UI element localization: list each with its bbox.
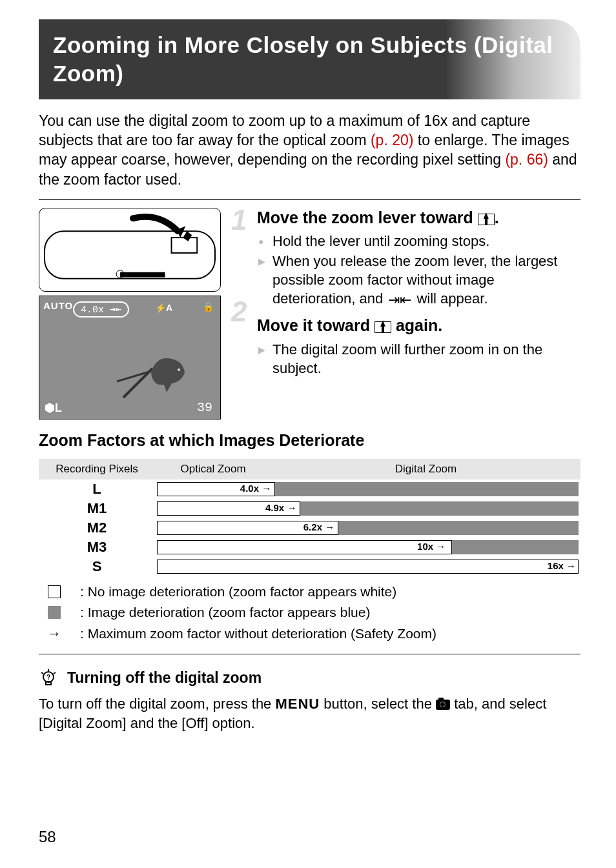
zoom-bar-track: 4.9x →: [157, 501, 579, 516]
step-1-heading-pre: Move the zoom lever toward: [257, 208, 478, 227]
th-digital-zoom: Digital Zoom: [271, 459, 580, 479]
camera-top-illustration: [39, 208, 221, 292]
zoom-bar-track: 10x →: [157, 540, 579, 554]
zoom-factors-table: Recording Pixels Optical Zoom Digital Zo…: [39, 459, 580, 576]
lightbulb-icon: ?: [39, 669, 58, 688]
svg-rect-3: [172, 237, 198, 253]
zoom-bar-cell: 4.0x →: [155, 479, 580, 499]
bird-silhouette: [117, 343, 194, 401]
legend: : No image deterioration (zoom factor ap…: [39, 584, 580, 642]
legend-white: : No image deterioration (zoom factor ap…: [39, 584, 580, 600]
recording-pixels-cell: M1: [39, 499, 155, 518]
recording-pixels-cell: M3: [39, 538, 155, 557]
page-title: Zooming in More Closely on Subjects (Dig…: [53, 31, 566, 88]
lcd-shots-remaining: 39: [197, 400, 212, 415]
svg-line-9: [41, 672, 43, 674]
legend-arrow-symbol: →: [47, 625, 61, 642]
step-1-number: 1: [231, 204, 247, 236]
legend-arrow-text: : Maximum zoom factor without deteriorat…: [80, 626, 436, 641]
divider: [39, 654, 580, 654]
zoom-bar-icon: ⇥⇤: [387, 290, 413, 309]
svg-point-5: [178, 368, 180, 371]
page-ref-20[interactable]: (p. 20): [371, 132, 413, 148]
steps-area: 1 2 AUTO 4.0x ⇥⇤ ⚡A �: [39, 208, 580, 419]
telephoto-icon: [375, 321, 391, 333]
table-row: M310x →: [39, 538, 580, 557]
step-2-number: 2: [231, 296, 247, 328]
zoom-bar-cell: 6.2x →: [155, 518, 580, 538]
zoom-bar-track: 4.0x →: [157, 482, 579, 496]
table-row: L4.0x →: [39, 479, 580, 499]
zoom-factor-label: 6.2x →: [303, 521, 334, 532]
lcd-stabilizer-icon: 🔒: [203, 301, 214, 312]
lcd-zoom-value: 4.0x: [81, 305, 104, 316]
step-1-heading: Move the zoom lever toward .: [257, 208, 580, 228]
legend-gray-text: : Image deterioration (zoom factor appea…: [80, 605, 370, 620]
tip-text: To turn off the digital zoom, press the …: [39, 694, 580, 732]
svg-line-10: [54, 672, 56, 674]
svg-rect-1: [120, 272, 165, 278]
zoom-bar-track: 16x →: [157, 560, 579, 574]
page-title-banner: Zooming in More Closely on Subjects (Dig…: [39, 19, 580, 99]
zoom-factor-label: 10x →: [417, 541, 446, 552]
step-1-bullet-2-post: will appear.: [413, 290, 488, 307]
legend-white-text: : No image deterioration (zoom factor ap…: [80, 584, 396, 600]
page-ref-66[interactable]: (p. 66): [505, 151, 548, 168]
table-row: S16x →: [39, 557, 580, 576]
menu-button-word: MENU: [275, 696, 320, 712]
legend-arrow: → : Maximum zoom factor without deterior…: [39, 625, 580, 642]
step-2-heading-post: again.: [391, 316, 442, 334]
tip-text-mid: button, select the: [320, 696, 436, 712]
lcd-size-label: ⬢L: [45, 401, 62, 415]
divider: [39, 199, 580, 200]
lcd-auto-label: AUTO: [43, 300, 73, 311]
recording-pixels-cell: M2: [39, 518, 155, 538]
th-recording-pixels: Recording Pixels: [39, 459, 155, 479]
zoom-bar-safe: [157, 540, 452, 554]
recording-pixels-cell: L: [39, 479, 155, 499]
telephoto-icon: [478, 214, 495, 225]
zoom-bar-cell: 4.9x →: [155, 499, 580, 518]
step-2-heading-pre: Move it toward: [257, 316, 375, 334]
step-1: AUTO 4.0x ⇥⇤ ⚡A 🔒 ⬢L 39 Move the zoom le…: [39, 208, 580, 419]
legend-white-swatch: [48, 585, 61, 598]
table-row: M14.9x →: [39, 499, 580, 518]
step-2-heading: Move it toward again.: [257, 316, 580, 336]
recording-pixels-cell: S: [39, 557, 155, 576]
zoom-bar-track: 6.2x →: [157, 521, 579, 535]
zoom-factor-label: 4.9x →: [265, 502, 296, 513]
lcd-flash-icon: ⚡A: [155, 303, 172, 313]
zoom-factor-label: 16x →: [548, 560, 576, 571]
tip-text-pre: To turn off the digital zoom, press the: [39, 696, 275, 712]
zoom-factor-label: 4.0x →: [240, 483, 271, 494]
camera-tab-icon: [436, 700, 450, 710]
step-1-heading-post: .: [495, 208, 499, 227]
table-row: M26.2x →: [39, 518, 580, 538]
legend-gray: : Image deterioration (zoom factor appea…: [39, 605, 580, 620]
lcd-screenshot: AUTO 4.0x ⇥⇤ ⚡A 🔒 ⬢L 39: [39, 296, 221, 419]
page-number: 58: [39, 828, 56, 846]
svg-text:?: ?: [46, 674, 50, 681]
th-optical-zoom: Optical Zoom: [155, 459, 271, 479]
lcd-zoom-badge: 4.0x ⇥⇤: [73, 301, 129, 318]
legend-gray-swatch: [48, 606, 61, 619]
step-1-bullet-1: Hold the lever until zooming stops.: [258, 232, 580, 250]
zoom-bar-safe: [157, 560, 579, 574]
zoom-bar-cell: 10x →: [155, 538, 580, 557]
intro-paragraph: You can use the digital zoom to zoom up …: [39, 111, 580, 189]
step-1-bullet-2: When you release the zoom lever, the lar…: [258, 252, 580, 309]
tip-heading: Turning off the digital zoom: [67, 669, 262, 687]
zoom-bar-cell: 16x →: [155, 557, 580, 576]
zoom-factors-heading: Zoom Factors at which Images Deteriorate: [39, 431, 580, 450]
svg-rect-7: [46, 681, 51, 685]
tip-header: ? Turning off the digital zoom: [39, 669, 580, 688]
camera-svg: [43, 212, 216, 288]
step-2-bullet-1: The digital zoom will further zoom in on…: [258, 340, 580, 378]
